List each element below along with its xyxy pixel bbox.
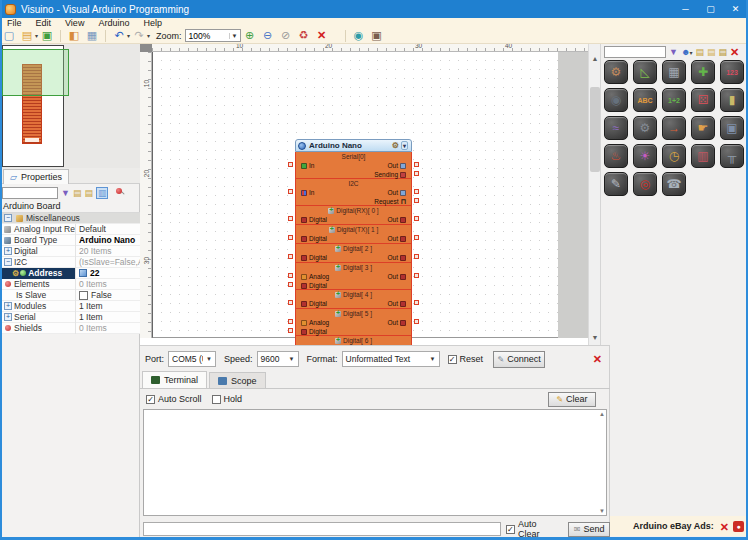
palette-filter-funnel-icon[interactable]: ▼ [669,47,678,57]
section-digital-tx1[interactable]: Digital(TX)[ 1 ] Digital Out [295,225,412,244]
palette-category-button[interactable]: → [662,116,686,140]
document-minimap[interactable] [0,44,140,168]
menu-edit[interactable]: Edit [29,18,59,28]
pin-connector[interactable] [414,216,419,221]
pin-tx1-out[interactable]: Out [388,235,406,242]
pin-2-out[interactable]: Out [388,254,406,261]
ads-stop-icon[interactable]: ● [733,521,744,532]
pin-serial-in[interactable]: In [301,162,314,169]
pin-connector[interactable] [414,254,419,259]
clear-button[interactable]: ✎ Clear [548,392,596,407]
property-row-miscellaneous[interactable]: − Miscellaneous [0,213,140,224]
pin-digital-2[interactable]: Digital [301,254,327,261]
pin-i2c-in[interactable]: In [301,189,314,196]
section-i2c[interactable]: I2C In Out Request⊓ [295,179,412,206]
menu-help[interactable]: Help [136,18,169,28]
palette-category-button[interactable]: ⚙ [604,60,628,84]
section-digital-6[interactable]: Digital[ 6 ] [295,336,412,345]
pin-digital-rx0[interactable]: Digital [301,216,327,223]
pin-i2c-request[interactable]: Request⊓ [374,198,406,205]
component-arduino-nano[interactable]: Arduino Nano ⚙ ▾ Serial[0] In Out Sendin… [295,139,412,345]
palette-category-button[interactable]: ◺ [633,60,657,84]
section-digital-rx0[interactable]: Digital(RX)[ 0 ] Digital Out [295,206,412,225]
connect-button[interactable]: ✎ Connect [493,351,545,368]
collapse-icon[interactable]: − [4,258,12,266]
property-row-serial[interactable]: +Serial 1 Item [0,312,140,323]
pin-3-out[interactable]: Out [388,273,406,280]
menu-file[interactable]: File [0,18,29,28]
property-row-analog-input-ref[interactable]: Analog Input Refe... Default [0,224,140,235]
terminal-scroll-down[interactable]: ▼ [599,508,605,514]
zoom-in-button[interactable]: ⊕ [242,29,258,43]
format-combobox[interactable]: Unformatted Text▼ [342,351,440,367]
expand-icon[interactable]: + [4,313,12,321]
zoom-combo-arrow[interactable]: ▼ [229,33,240,39]
scroll-down-arrow[interactable]: ▼ [589,331,600,343]
pin-connector[interactable] [414,198,419,203]
hold-checkbox[interactable] [212,395,221,404]
pin-digital-5[interactable]: Digital [301,328,327,335]
palette-category-button[interactable]: ☎ [662,172,686,196]
port-combobox[interactable]: COM5 (Unava▼ [168,351,216,367]
redo-button[interactable]: ↷ [131,29,147,43]
pin-connector[interactable] [414,189,419,194]
speed-combobox[interactable]: 9600▼ [257,351,299,367]
section-digital-3[interactable]: Digital[ 3 ] Analog Out Digital [295,263,412,290]
pin-connector[interactable] [288,216,293,221]
auto-clear-checkbox[interactable]: ✓ [506,525,515,534]
property-row-i2c[interactable]: −I2C (IsSlave=False,A... [0,257,140,268]
palette-category-button[interactable]: ☀ [633,144,657,168]
disconnect-icon[interactable]: ✕ [593,353,602,366]
terminal-scroll-up[interactable]: ▲ [599,411,605,417]
pin-analog-3[interactable]: Analog [301,273,329,280]
palette-search-input[interactable] [604,46,666,58]
palette-folder-up-icon[interactable]: ▤ [718,47,727,57]
palette-clear-icon[interactable]: ✕ [730,47,739,58]
section-digital-4[interactable]: Digital[ 4 ] Digital Out [295,290,412,309]
tab-terminal[interactable]: Terminal [142,371,207,388]
property-row-shields[interactable]: Shields 0 Items [0,323,140,334]
menu-arduino[interactable]: Arduino [91,18,136,28]
refresh-build-button[interactable]: ♻ [296,29,312,43]
zoom-out-button[interactable]: ⊖ [260,29,276,43]
redo-dropdown-arrow[interactable]: ▾ [147,32,150,39]
pin-connector[interactable] [414,162,419,167]
undo-button[interactable]: ↶ [111,29,127,43]
camera-capture-button[interactable]: ▣ [369,29,385,43]
open-project-button[interactable]: ▤ [19,29,35,43]
terminal-output[interactable]: ▲ ▼ [143,409,607,516]
pin-connector[interactable] [288,254,293,259]
component-settings-icon[interactable]: ⚙ [392,141,399,150]
pin-connector[interactable] [288,300,293,305]
zoom-reset-button[interactable]: ⊘ [278,29,294,43]
pin-connector[interactable] [288,162,293,167]
pin-i2c-out[interactable]: Out [388,189,406,196]
property-row-elements[interactable]: Elements 0 Items [0,279,140,290]
property-row-digital[interactable]: +Digital 20 Items [0,246,140,257]
tab-scope[interactable]: Scope [209,372,266,388]
palette-category-button[interactable]: 1+2 [662,88,686,112]
section-serial0[interactable]: Serial[0] In Out Sending [295,152,412,179]
pin-connector[interactable] [414,235,419,240]
web-help-button[interactable]: ◉ [351,29,367,43]
section-digital-2[interactable]: Digital[ 2 ] Digital Out [295,244,412,263]
pin-connector[interactable] [288,273,293,278]
palette-category-button[interactable]: ♨ [604,144,628,168]
pin-digital-tx1[interactable]: Digital [301,235,327,242]
palette-folder-icon[interactable]: ▤ [695,47,704,57]
pin-4-out[interactable]: Out [388,300,406,307]
pin-connector[interactable] [288,189,293,194]
property-row-address[interactable]: ⚙ Address 22 [0,268,140,279]
pin-connector[interactable] [288,319,293,324]
auto-scroll-checkbox[interactable]: ✓ [146,395,155,404]
value-edit-icon[interactable] [79,269,87,277]
pin-analog-5[interactable]: Analog [301,319,329,326]
pin-serial-out[interactable]: Out [388,162,406,169]
palette-category-button[interactable]: ▣ [720,116,744,140]
property-row-is-slave[interactable]: Is Slave False [0,290,140,301]
pin-icon[interactable] [116,188,125,197]
palette-category-button[interactable]: ◉ [604,88,628,112]
palette-user-filter-icon[interactable]: ☻▾ [681,47,693,58]
expand-icon[interactable]: + [4,302,12,310]
component-header[interactable]: Arduino Nano ⚙ ▾ [295,139,412,152]
